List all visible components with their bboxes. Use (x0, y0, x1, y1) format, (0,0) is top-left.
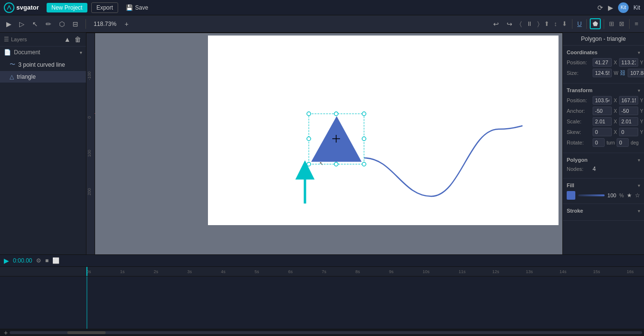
nodes-label: Nodes: (567, 166, 591, 172)
play-preview-icon[interactable]: ▶ (608, 4, 613, 12)
fill-star-icon[interactable]: ★ (627, 192, 632, 199)
shape-tool[interactable]: ⬡ (57, 18, 67, 30)
sync-icon[interactable]: ⟳ (597, 4, 603, 12)
transform-header: Transform ▾ (567, 87, 640, 93)
canvas-viewport[interactable]: ↖ (95, 33, 562, 254)
svg-text:15s: 15s (593, 269, 600, 274)
fill-header: Fill ▾ (567, 182, 640, 188)
avatar[interactable]: Kit (618, 2, 629, 13)
timeline-settings-icon[interactable]: ⚙ (36, 257, 41, 264)
toolbar-separator-3 (586, 19, 587, 29)
anchor-row: Anchor: X Y (567, 107, 640, 115)
stroke-title: Stroke (567, 208, 583, 214)
save-label: Save (135, 4, 148, 11)
scale-y-input[interactable] (619, 117, 638, 126)
layer-curved-line-label: 3 point curved line (18, 61, 65, 68)
polygon-header: Polygon ▾ (567, 157, 640, 163)
fill-title: Fill (567, 182, 574, 188)
align-bottom-icon[interactable]: ⬇ (560, 19, 569, 28)
skew-x-input[interactable] (593, 128, 612, 136)
align-left-icon[interactable]: 〈 (518, 19, 523, 29)
time-display: 0:00.00 (13, 257, 32, 264)
align-right-icon[interactable]: 〉 (535, 19, 541, 29)
rotate-val-input[interactable] (593, 138, 605, 147)
play-button[interactable]: ▶ (4, 257, 9, 264)
skew-label: Skew: (567, 129, 591, 135)
skew-y-input[interactable] (619, 128, 638, 136)
position-x-input[interactable] (593, 58, 612, 67)
undo-btn[interactable]: ↩ (491, 18, 501, 30)
align-middle-v-icon[interactable]: ↕ (552, 19, 559, 28)
toolbar: ▶ ▷ ↖ ✏ ⬡ ⊟ 118.73% + ↩ ↪ 〈 ⏸ 〉 ⬆ ↕ ⬇ U … (0, 15, 644, 33)
fill-opacity-unit: % (619, 192, 624, 198)
delete-layer-btn[interactable]: 🗑 (73, 36, 82, 43)
align-top-icon[interactable]: ⬆ (542, 19, 551, 28)
position-label: Position: (567, 60, 591, 65)
w-label: W (614, 71, 618, 76)
rotate-label: Rotate: (567, 140, 591, 145)
direct-select-tool[interactable]: ▷ (17, 18, 27, 30)
timeline-record-icon[interactable]: ⬜ (52, 257, 60, 264)
document-icon: 📄 (4, 49, 11, 56)
select-tool[interactable]: ▶ (4, 18, 14, 30)
grid-icon[interactable]: ⊞ (607, 19, 616, 28)
align-tool[interactable]: ⊟ (70, 18, 81, 30)
link-wh-icon[interactable]: ⛓ (620, 70, 626, 76)
layer-triangle[interactable]: △ triangle (0, 71, 86, 83)
rotate-deg-input[interactable] (617, 138, 629, 147)
more-options-icon[interactable]: ≡ (632, 19, 640, 28)
svg-text:13s: 13s (526, 269, 533, 274)
pen-tool[interactable]: ✏ (43, 18, 54, 30)
timeline-stop-icon[interactable]: ■ (45, 257, 49, 264)
expand-icon: ▾ (80, 50, 82, 55)
document-label: Document (14, 49, 40, 56)
coordinates-header: Coordinates ▾ (567, 49, 640, 55)
svg-point-0 (4, 3, 14, 12)
playhead[interactable] (86, 267, 87, 276)
size-w-input[interactable] (593, 69, 612, 77)
timeline-scroll-thumb[interactable] (67, 331, 106, 334)
svg-text:5s: 5s (255, 269, 259, 274)
size-h-input[interactable] (628, 69, 644, 77)
transform-chevron: ▾ (638, 88, 640, 93)
svg-text:10s: 10s (423, 269, 430, 274)
fill-star-empty-icon[interactable]: ☆ (635, 192, 640, 199)
save-button[interactable]: 💾 Save (122, 3, 152, 12)
collapse-layers-btn[interactable]: ▲ (63, 36, 72, 43)
add-timeline-item[interactable]: + (4, 329, 8, 336)
svg-text:7s: 7s (322, 269, 327, 274)
path-tool[interactable]: ↖ (30, 18, 40, 30)
position-y-input[interactable] (619, 58, 638, 67)
nodes-row: Nodes: 4 (567, 166, 640, 172)
timeline: ▶ 0:00.00 ⚙ ■ ⬜ 0s 1s 2s 3s 4s 5s 6s 7s … (0, 254, 644, 336)
anchor-y-input[interactable] (619, 107, 638, 115)
align-center-h-icon[interactable]: ⏸ (524, 19, 535, 28)
redo-btn[interactable]: ↪ (504, 18, 515, 30)
svg-text:100: 100 (87, 150, 92, 157)
new-project-button[interactable]: New Project (47, 3, 87, 12)
timeline-scroll-track[interactable] (10, 331, 642, 334)
polygon-mode-icon[interactable]: ⬟ (590, 18, 601, 29)
transform-pos-x-input[interactable] (593, 96, 612, 105)
topbar: svgator New Project Export 💾 Save ⟳ ▶ Ki… (0, 0, 644, 15)
canvas-area[interactable]: -200 -100 0 100 200 300 400 500 600 700 (86, 33, 562, 254)
path-icon: 〜 (10, 60, 15, 69)
zoom-out-btn[interactable]: + (122, 18, 131, 30)
scale-x-input[interactable] (593, 117, 612, 126)
transform-pos-y-input[interactable] (619, 96, 638, 105)
size-row: Size: W ⛓ H (567, 69, 640, 77)
layer-curved-line[interactable]: 〜 3 point curved line (0, 58, 86, 71)
svg-text:0: 0 (87, 116, 92, 119)
svg-text:14s: 14s (559, 269, 567, 274)
fill-opacity-slider[interactable] (578, 194, 605, 196)
layer-triangle-label: triangle (17, 73, 36, 80)
export-button[interactable]: Export (91, 2, 119, 13)
save-disk-icon: 💾 (126, 4, 133, 11)
ruler-left: -100 0 100 200 (86, 33, 95, 254)
underline-icon[interactable]: U (575, 19, 583, 28)
distribute-icon[interactable]: ⊠ (617, 19, 626, 28)
canvas-with-ruler: -100 0 100 200 (86, 33, 562, 254)
svg-text:200: 200 (87, 188, 92, 195)
anchor-x-input[interactable] (593, 107, 612, 115)
fill-color-swatch[interactable] (567, 191, 575, 200)
